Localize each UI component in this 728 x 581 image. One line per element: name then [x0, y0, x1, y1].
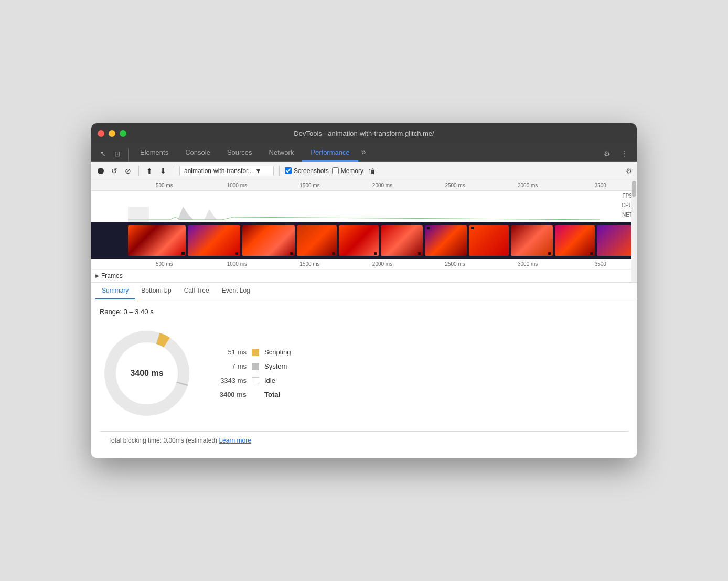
frames-label: Frames	[101, 272, 123, 279]
timeline-scrollbar[interactable]	[631, 222, 637, 259]
time-bottom-6: 3500	[564, 261, 637, 267]
devtools-body: ↺ ⊘ ⬆ ⬇ animation-with-transfor... ▼ Scr…	[91, 162, 637, 458]
screenshot-2[interactable]	[188, 225, 240, 256]
time-bottom-2: 1500 ms	[273, 261, 346, 267]
main-tab-bar: ↖ ⊡ Elements Console Sources Network Per…	[91, 143, 637, 162]
maximize-button[interactable]	[120, 130, 126, 137]
learn-more-link[interactable]: Learn more	[219, 437, 251, 444]
time-marker-0: 500 ms	[128, 182, 201, 188]
net-label: NET	[622, 212, 633, 218]
frames-row[interactable]: ▶ Frames	[91, 270, 637, 282]
minimize-button[interactable]	[109, 130, 115, 137]
total-value: 3400 ms	[215, 391, 247, 399]
clear-button[interactable]: ⊘	[123, 166, 133, 176]
svg-marker-1	[178, 207, 194, 220]
record-button[interactable]	[95, 166, 106, 176]
toolbar-divider-1	[128, 148, 129, 161]
tab-sources[interactable]: Sources	[219, 144, 261, 162]
time-marker-2: 1500 ms	[273, 182, 346, 188]
screenshots-strip	[91, 222, 637, 259]
time-bottom-5: 3000 ms	[491, 261, 564, 267]
url-selector[interactable]: animation-with-transfor... ▼	[179, 166, 274, 176]
total-label: Total	[264, 391, 280, 399]
screenshot-4[interactable]	[297, 225, 337, 256]
perf-divider-3	[279, 166, 280, 176]
summary-main: 3400 ms 51 ms Scripting 7 ms System	[100, 326, 628, 421]
download-button[interactable]: ⬇	[158, 166, 168, 176]
bottom-tab-bar: Summary Bottom-Up Call Tree Event Log	[91, 283, 637, 299]
memory-label: Memory	[341, 167, 363, 175]
close-button[interactable]	[98, 130, 104, 137]
time-bottom-4: 2500 ms	[419, 261, 491, 267]
tab-network[interactable]: Network	[261, 144, 303, 162]
tab-summary[interactable]: Summary	[95, 283, 135, 299]
devtools-window: DevTools - animation-with-transform.glit…	[91, 123, 637, 458]
scripting-label: Scripting	[264, 348, 291, 356]
time-ruler-bottom: 500 ms 1000 ms 1500 ms 2000 ms 2500 ms 3…	[91, 259, 637, 270]
screenshots-label: Screenshots	[294, 167, 329, 175]
screenshot-7[interactable]	[425, 225, 467, 256]
total-spacer	[252, 391, 259, 399]
screenshot-9[interactable]	[511, 225, 553, 256]
screenshot-3[interactable]	[242, 225, 295, 256]
tab-call-tree[interactable]: Call Tree	[178, 283, 216, 299]
capture-settings-icon[interactable]: ⚙	[626, 167, 633, 175]
svg-marker-2	[204, 209, 217, 220]
screenshot-6[interactable]	[381, 225, 423, 256]
legend: 51 ms Scripting 7 ms System 3343 ms	[215, 348, 291, 399]
screenshots-toggle[interactable]: Screenshots	[285, 167, 329, 175]
settings-icon[interactable]: ⚙	[599, 146, 615, 161]
footer-area: Total blocking time: 0.00ms (estimated) …	[100, 431, 628, 449]
more-options-icon[interactable]: ⋮	[617, 146, 633, 161]
tab-event-log[interactable]: Event Log	[216, 283, 256, 299]
tab-console[interactable]: Console	[177, 144, 219, 162]
reload-button[interactable]: ↺	[109, 166, 120, 176]
traffic-lights	[98, 130, 126, 137]
screenshot-10[interactable]	[555, 225, 595, 256]
time-marker-4: 2500 ms	[419, 182, 491, 188]
bottom-panel: Summary Bottom-Up Call Tree Event Log Ra…	[91, 283, 637, 458]
cursor-icon[interactable]: ↖	[95, 146, 110, 161]
time-marker-6: 3500	[564, 182, 637, 188]
legend-system: 7 ms System	[215, 362, 291, 370]
time-bottom-0: 500 ms	[128, 261, 201, 267]
memory-toggle[interactable]: Memory	[332, 167, 363, 175]
screenshot-1[interactable]	[128, 225, 186, 256]
screenshot-11[interactable]	[597, 225, 637, 256]
range-text: Range: 0 – 3.40 s	[100, 308, 628, 316]
svg-rect-0	[128, 207, 149, 222]
donut-center-label: 3400 ms	[130, 369, 163, 378]
screenshot-5[interactable]	[339, 225, 379, 256]
idle-value: 3343 ms	[215, 376, 247, 384]
device-icon[interactable]: ⊡	[110, 146, 125, 161]
tab-performance[interactable]: Performance	[302, 144, 358, 162]
time-marker-5: 3000 ms	[491, 182, 564, 188]
scripting-value: 51 ms	[215, 348, 247, 356]
summary-content: Range: 0 – 3.40 s 3400 ms	[91, 299, 637, 458]
legend-scripting: 51 ms Scripting	[215, 348, 291, 356]
url-dropdown-icon: ▼	[255, 167, 261, 175]
time-marker-3: 2000 ms	[346, 182, 419, 188]
legend-idle: 3343 ms Idle	[215, 376, 291, 384]
delete-button[interactable]: 🗑	[367, 166, 377, 176]
blocking-time-text: Total blocking time: 0.00ms (estimated)	[108, 437, 217, 444]
window-title: DevTools - animation-with-transform.glit…	[294, 130, 434, 137]
perf-toolbar: ↺ ⊘ ⬆ ⬇ animation-with-transfor... ▼ Scr…	[91, 162, 637, 180]
upload-button[interactable]: ⬆	[144, 166, 155, 176]
tab-elements[interactable]: Elements	[132, 144, 177, 162]
donut-chart: 3400 ms	[100, 326, 194, 421]
url-text: animation-with-transfor...	[184, 167, 253, 175]
system-value: 7 ms	[215, 362, 247, 370]
tab-bottom-up[interactable]: Bottom-Up	[135, 283, 177, 299]
frames-expand-icon: ▶	[95, 273, 99, 278]
screenshot-8[interactable]	[469, 225, 509, 256]
memory-checkbox[interactable]	[332, 167, 339, 174]
cpu-label: CPU	[622, 202, 633, 208]
screenshots-checkbox[interactable]	[285, 167, 292, 174]
tab-overflow[interactable]: »	[358, 143, 369, 161]
perf-divider-2	[174, 166, 174, 176]
system-color-swatch	[252, 363, 259, 370]
idle-label: Idle	[264, 376, 275, 384]
title-bar: DevTools - animation-with-transform.glit…	[91, 123, 637, 143]
system-label: System	[264, 362, 287, 370]
